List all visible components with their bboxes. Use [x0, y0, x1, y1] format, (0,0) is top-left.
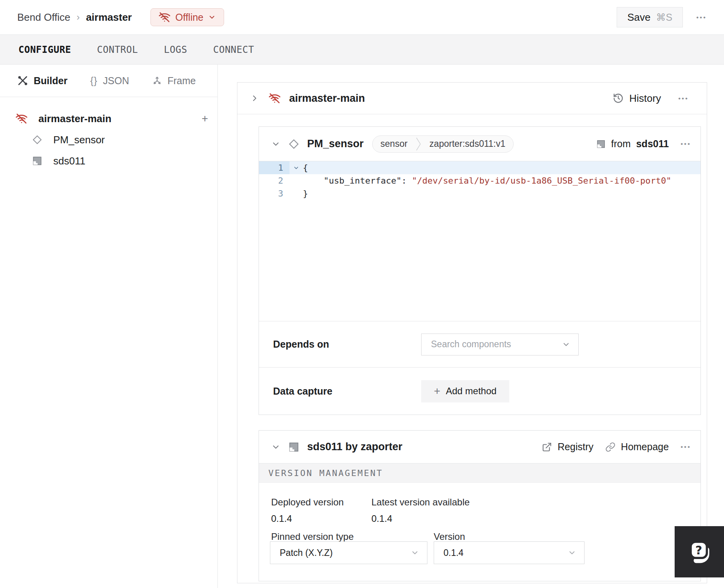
chevron-right-icon[interactable] [250, 94, 259, 103]
module-icon [288, 442, 299, 453]
data-capture-row: Data capture + Add method [259, 367, 700, 415]
latest-version-value: 0.1.4 [371, 513, 392, 524]
editor-line: 1 { [259, 161, 700, 174]
tab-configure[interactable]: CONFIGURE [18, 44, 71, 55]
machine-status-dropdown[interactable]: Offline [150, 8, 224, 26]
latest-version-label: Latest version available [371, 497, 470, 508]
deployed-version-value: 0.1.4 [271, 513, 292, 524]
module-header-actions: Registry Homepage [542, 441, 691, 453]
status-label: Offline [175, 12, 203, 23]
mode-builder[interactable]: Builder [17, 75, 67, 87]
component-model: zaporter:sds011:v1 [422, 139, 513, 149]
wifi-off-icon [159, 11, 170, 23]
mode-frame-label: Frame [168, 75, 196, 87]
breadcrumb-org[interactable]: Bend Office [17, 11, 70, 23]
depends-on-placeholder: Search components [422, 339, 511, 350]
fold-spacer [290, 187, 303, 200]
part-card-header: airmaster-main History ••• [237, 83, 707, 114]
mode-json-label: JSON [103, 75, 129, 87]
badge-divider-icon [415, 135, 422, 153]
save-label: Save [627, 11, 650, 23]
link-chain-icon [605, 442, 615, 452]
registry-link[interactable]: Registry [542, 441, 594, 453]
tree-item-sds011[interactable]: sds011 [0, 150, 217, 171]
tab-control[interactable]: CONTROL [97, 44, 138, 55]
add-method-label: Add method [446, 386, 496, 397]
pinned-version-type-select[interactable]: Patch (X.Y.Z) [270, 541, 427, 564]
module-overflow-menu[interactable]: ••• [681, 444, 691, 450]
svg-text:?: ? [695, 543, 702, 557]
from-module-name: sds011 [636, 138, 669, 150]
line-number: 3 [259, 187, 290, 200]
help-widget-button[interactable]: ? [675, 526, 724, 577]
version-management-body: Deployed version Latest version availabl… [259, 483, 700, 581]
top-bar: Bend Office › airmaster Offline Save ⌘S … [0, 0, 724, 34]
part-card-airmaster-main: airmaster-main History ••• [237, 82, 707, 583]
tree-item-pm-sensor[interactable]: PM_sensor [0, 129, 217, 150]
part-overflow-menu[interactable]: ••• [678, 95, 689, 102]
viam-configure-page: Bend Office › airmaster Offline Save ⌘S … [0, 0, 724, 588]
part-card-body: PM_sensor sensor zaporter:sds011:v1 [237, 114, 707, 581]
part-header-actions: History ••• [613, 92, 689, 105]
diamond-icon [32, 135, 42, 145]
module-title: sds011 by zaporter [307, 441, 402, 453]
topbar-overflow-menu[interactable]: ••• [696, 14, 707, 21]
from-module-link[interactable]: from sds011 [596, 138, 669, 150]
component-type: sensor [373, 139, 415, 149]
tree-item-label: PM_sensor [53, 134, 105, 146]
depends-on-row: Depends on Search components [259, 321, 700, 367]
external-link-icon [542, 442, 552, 452]
chevron-down-icon[interactable] [271, 442, 281, 452]
wifi-off-icon [16, 113, 27, 124]
code-text: } [303, 187, 308, 200]
version-select[interactable]: 0.1.4 [434, 541, 585, 564]
fold-chevron-icon[interactable] [290, 161, 303, 174]
chevron-down-icon[interactable] [271, 139, 281, 149]
registry-label: Registry [557, 441, 594, 453]
component-card-header: PM_sensor sensor zaporter:sds011:v1 [259, 127, 700, 161]
save-button[interactable]: Save ⌘S [617, 7, 683, 27]
homepage-link[interactable]: Homepage [605, 441, 669, 453]
component-header-actions: from sds011 ••• [596, 138, 691, 150]
chevron-down-icon [568, 548, 584, 557]
mode-frame[interactable]: Frame [152, 75, 196, 87]
tree-item-airmaster-main[interactable]: airmaster-main + [0, 108, 217, 129]
version-management-heading: VERSION MANAGEMENT [268, 468, 383, 478]
module-icon [32, 156, 42, 166]
editor-line: 3 } [259, 187, 700, 200]
sidebar-mode-switcher: Builder {} JSON Frame [0, 65, 217, 97]
config-main: airmaster-main History ••• [218, 65, 724, 588]
mode-json[interactable]: {} JSON [90, 75, 129, 87]
history-button[interactable]: History [613, 92, 661, 105]
code-string-value: "/dev/serial/by-id/usb-1a86_USB_Serial-i… [412, 176, 671, 186]
version-label: Version [434, 531, 465, 542]
tab-logs[interactable]: LOGS [164, 44, 187, 55]
part-title: airmaster-main [289, 92, 365, 105]
depends-on-label: Depends on [273, 339, 329, 350]
add-method-button[interactable]: + Add method [421, 380, 509, 402]
attributes-json-editor[interactable]: 1 { 2 "usb_interface": "/dev/serial/by-i… [259, 161, 700, 321]
tab-connect[interactable]: CONNECT [213, 44, 254, 55]
line-number: 2 [259, 174, 290, 187]
data-capture-label: Data capture [273, 386, 332, 397]
breadcrumb-separator-icon: › [76, 12, 80, 23]
chevron-down-icon [208, 13, 216, 21]
line-number: 1 [259, 161, 290, 174]
editor-line: 2 "usb_interface": "/dev/serial/by-id/us… [259, 174, 700, 187]
pinned-version-type-label: Pinned version type [271, 531, 354, 542]
code-key: "usb_interface": [303, 176, 412, 186]
diamond-icon [288, 139, 299, 150]
config-sidebar: Builder {} JSON Frame [0, 65, 218, 588]
component-overflow-menu[interactable]: ••• [681, 141, 691, 147]
pinned-version-type-value: Patch (X.Y.Z) [270, 548, 333, 558]
mode-builder-label: Builder [34, 75, 67, 87]
history-clock-icon [613, 93, 624, 104]
code-text: "usb_interface": "/dev/serial/by-id/usb-… [303, 174, 671, 187]
component-tree: airmaster-main + PM_sensor sd [0, 97, 217, 171]
chevron-down-icon [562, 340, 578, 349]
braces-icon: {} [90, 75, 98, 87]
frame-axes-icon [152, 76, 162, 86]
depends-on-select[interactable]: Search components [421, 334, 579, 355]
add-component-button[interactable]: + [202, 113, 208, 124]
module-card-header: sds011 by zaporter Registry [259, 431, 700, 464]
